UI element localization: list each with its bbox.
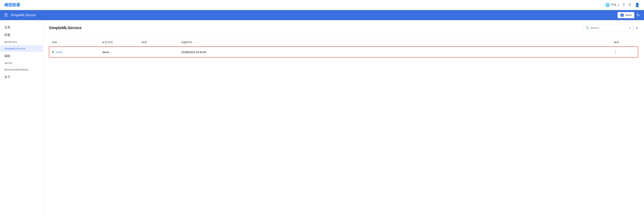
sidebar-about-label: 关于	[0, 73, 43, 81]
top-bar: 模型部署 🌐 中文 ▾ ? ⠿ 👤	[0, 0, 644, 10]
account-icon[interactable]: 👤	[635, 3, 640, 7]
menu-icon[interactable]: ☰	[4, 13, 8, 18]
demo-label: demo	[626, 14, 632, 17]
search-box: 🔍 ✕	[583, 25, 634, 31]
nav-bar-left: ☰ SimpleMLService	[4, 13, 36, 18]
col-created-at[interactable]: 创建时间 ↓	[181, 41, 614, 44]
sidebar-item-simplemlservice[interactable]: SimpleMLService	[0, 45, 43, 52]
sidebar-item-mlserviceruntimes[interactable]: MLServiceRuntimes	[0, 66, 43, 73]
nav-bar: ☰ SimpleMLService ● demo ↻	[0, 10, 644, 20]
demo-avatar: ●	[620, 13, 624, 17]
translate-icon: 🌐	[605, 3, 610, 7]
add-button[interactable]: +	[636, 26, 638, 30]
sidebar-assist-label: 辅助	[0, 52, 43, 60]
table-header: 名称 命名空间 标签 创建时间 ↓ 操作	[49, 39, 638, 46]
refresh-icon[interactable]: ↻	[636, 13, 640, 18]
content-area: SimpleMLService 🔍 ✕ + 名称 命名空间 标签	[43, 20, 644, 216]
sidebar-item-secret[interactable]: Secret	[0, 60, 43, 66]
search-icon: 🔍	[586, 26, 589, 30]
main-layout: 总览 部署 MLService SimpleMLService 辅助 Secre…	[0, 20, 644, 216]
cell-actions: ⋮	[614, 50, 635, 54]
cell-name: mnist	[52, 51, 102, 54]
nav-bar-right: ● demo ↻	[618, 12, 640, 18]
row-name-link[interactable]: mnist	[56, 51, 62, 54]
search-clear-icon[interactable]: ✕	[629, 26, 631, 30]
demo-badge[interactable]: ● demo	[618, 12, 634, 18]
sidebar-item-mlservice[interactable]: MLService	[0, 39, 43, 45]
more-actions-icon[interactable]: ⋮	[614, 50, 618, 54]
sort-icon: ↓	[193, 41, 194, 44]
nav-title: SimpleMLService	[11, 13, 36, 17]
chevron-down-icon: ▾	[618, 4, 619, 7]
sidebar: 总览 部署 MLService SimpleMLService 辅助 Secre…	[0, 20, 43, 216]
col-name: 名称	[52, 41, 102, 44]
col-tags: 标签	[142, 41, 181, 44]
content-header: SimpleMLService 🔍 ✕ +	[49, 25, 638, 34]
sidebar-overview-label: 总览	[0, 23, 43, 31]
sidebar-deploy-label: 部署	[0, 31, 43, 39]
app-title: 模型部署	[4, 2, 20, 8]
col-actions: 操作	[614, 41, 636, 44]
cell-namespace: demo	[102, 51, 142, 54]
content-title: SimpleMLService	[49, 26, 82, 30]
col-namespace: 命名空间	[102, 41, 142, 44]
language-selector[interactable]: 🌐 中文 ▾	[605, 3, 619, 7]
table-row: mnist demo 01/09/2024 16:35:55 ⋮	[49, 46, 638, 58]
header-actions: 🔍 ✕ +	[583, 25, 638, 31]
help-icon[interactable]: ?	[622, 3, 625, 7]
search-input[interactable]	[590, 26, 627, 29]
apps-icon[interactable]: ⠿	[628, 3, 631, 7]
cell-created-at: 01/09/2024 16:35:55	[182, 51, 614, 54]
language-label: 中文	[611, 3, 617, 7]
status-dot	[52, 51, 54, 53]
top-bar-right: 🌐 中文 ▾ ? ⠿ 👤	[605, 3, 640, 7]
